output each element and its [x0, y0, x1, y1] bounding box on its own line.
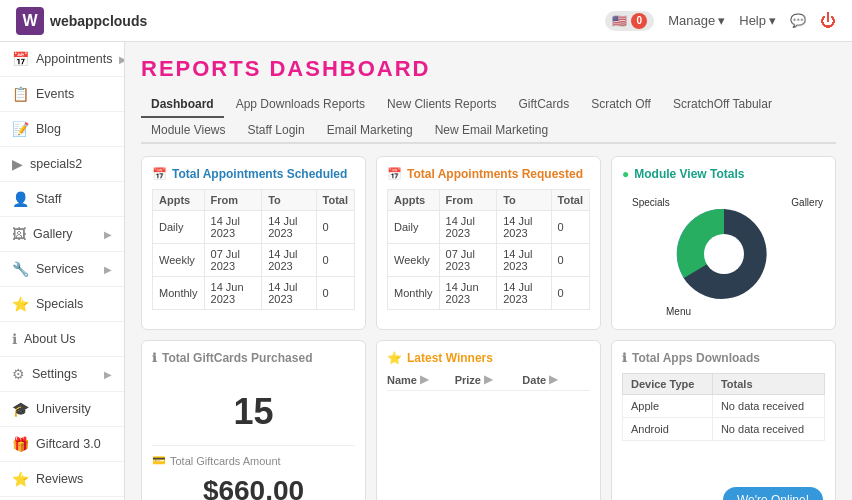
- dashboard-grid: 📅 Total Appointments Scheduled ApptsFrom…: [141, 156, 836, 500]
- winners-col-header: Date ▶: [522, 373, 590, 386]
- downloads-table: Device TypeTotalsAppleNo data receivedAn…: [622, 373, 825, 441]
- col-header: Appts: [388, 190, 440, 211]
- sidebar-item-label: Reviews: [36, 472, 83, 486]
- card-giftcards-title: ℹ Total GiftCards Purchased: [152, 351, 355, 365]
- main-layout: 📅 Appointments ▶📋 Events 📝 Blog ▶ specia…: [0, 42, 852, 500]
- tab-dashboard[interactable]: Dashboard: [141, 92, 224, 118]
- table-cell: 0: [551, 244, 589, 277]
- tab-staff-login[interactable]: Staff Login: [237, 118, 314, 144]
- tab-scratchoff-tabular[interactable]: ScratchOff Tabular: [663, 92, 782, 118]
- table-row: Daily14 Jul 202314 Jul 20230: [153, 211, 355, 244]
- online-button[interactable]: We're Online!: [723, 487, 823, 500]
- table-cell: 0: [316, 277, 354, 310]
- chat-icon[interactable]: 💬: [790, 13, 806, 28]
- sidebar-item-specials[interactable]: ⭐ Specials: [0, 287, 124, 322]
- card-requested: 📅 Total Appointments Requested ApptsFrom…: [376, 156, 601, 330]
- tab-email-marketing[interactable]: Email Marketing: [317, 118, 423, 144]
- table-row: Weekly07 Jul 202314 Jul 20230: [153, 244, 355, 277]
- sidebar-item-university[interactable]: 🎓 University: [0, 392, 124, 427]
- sidebar-item-label: Specials: [36, 297, 83, 311]
- sidebar-item-about-us[interactable]: ℹ About Us: [0, 322, 124, 357]
- calendar-icon: 📅: [387, 167, 402, 181]
- sidebar-item-giftcard-3.0[interactable]: 🎁 Giftcard 3.0: [0, 427, 124, 462]
- sidebar-item-gallery[interactable]: 🖼 Gallery ▶: [0, 217, 124, 252]
- card-scheduled-title: 📅 Total Appointments Scheduled: [152, 167, 355, 181]
- sidebar-item-label: Gallery: [33, 227, 73, 241]
- sidebar-icon: 👤: [12, 191, 29, 207]
- pie-label-gallery: Gallery: [791, 197, 823, 208]
- table-cell: 0: [316, 211, 354, 244]
- table-cell: 14 Jul 2023: [497, 277, 551, 310]
- winners-header: Name ▶Prize ▶Date ▶: [387, 373, 590, 391]
- tab-giftcards[interactable]: GiftCards: [508, 92, 579, 118]
- table-cell: Weekly: [388, 244, 440, 277]
- card-downloads-title: ℹ Total Apps Downloads: [622, 351, 825, 365]
- sidebar-item-label: About Us: [24, 332, 75, 346]
- sidebar-item-settings[interactable]: ⚙ Settings ▶: [0, 357, 124, 392]
- sidebar: 📅 Appointments ▶📋 Events 📝 Blog ▶ specia…: [0, 42, 125, 500]
- info-icon: ℹ: [152, 351, 157, 365]
- tab-scratch-off[interactable]: Scratch Off: [581, 92, 661, 118]
- sidebar-item-specials2[interactable]: ▶ specials2: [0, 147, 124, 182]
- chevron-right-icon: ▶: [104, 369, 112, 380]
- sidebar-item-label: Staff: [36, 192, 61, 206]
- card-winners-title: ⭐ Latest Winners: [387, 351, 590, 365]
- col-header: From: [439, 190, 497, 211]
- sidebar-item-blog[interactable]: 📝 Blog: [0, 112, 124, 147]
- table-cell: Android: [623, 418, 713, 441]
- page-title: REPORTS DASHBOARD: [141, 56, 836, 82]
- topbar: W webappclouds 🇺🇸 0 Manage ▾ Help ▾ 💬 ⏻: [0, 0, 852, 42]
- table-row: Monthly14 Jun 202314 Jul 20230: [153, 277, 355, 310]
- pie-chart: Specials Gallery Menu: [622, 189, 825, 319]
- logo[interactable]: W webappclouds: [16, 7, 147, 35]
- notification-badge: 0: [631, 13, 647, 29]
- tab-new-email-marketing[interactable]: New Email Marketing: [425, 118, 558, 144]
- table-row: Monthly14 Jun 202314 Jul 20230: [388, 277, 590, 310]
- card-scheduled: 📅 Total Appointments Scheduled ApptsFrom…: [141, 156, 366, 330]
- sidebar-item-label: University: [36, 402, 91, 416]
- card-requested-title: 📅 Total Appointments Requested: [387, 167, 590, 181]
- table-cell: 14 Jul 2023: [262, 277, 316, 310]
- svg-point-0: [704, 234, 744, 274]
- sidebar-icon: 🔧: [12, 261, 29, 277]
- sidebar-item-services[interactable]: 🔧 Services ▶: [0, 252, 124, 287]
- tab-module-views[interactable]: Module Views: [141, 118, 235, 144]
- chevron-down-icon: ▾: [718, 13, 725, 28]
- manage-link[interactable]: Manage ▾: [668, 13, 725, 28]
- table-cell: Weekly: [153, 244, 205, 277]
- table-cell: No data received: [712, 395, 824, 418]
- tab-app-downloads-reports[interactable]: App Downloads Reports: [226, 92, 375, 118]
- sidebar-item-label: Services: [36, 262, 84, 276]
- sidebar-item-label: Blog: [36, 122, 61, 136]
- card-winners: ⭐ Latest Winners Name ▶Prize ▶Date ▶: [376, 340, 601, 500]
- power-icon[interactable]: ⏻: [820, 12, 836, 30]
- logo-icon: W: [16, 7, 44, 35]
- giftcards-amount: $660.00: [152, 467, 355, 500]
- table-cell: 0: [551, 277, 589, 310]
- table-cell: Monthly: [388, 277, 440, 310]
- col-header: Totals: [712, 374, 824, 395]
- sidebar-icon: 🎓: [12, 401, 29, 417]
- table-cell: Monthly: [153, 277, 205, 310]
- sidebar-item-reviews[interactable]: ⭐ Reviews: [0, 462, 124, 497]
- sidebar-icon: 📝: [12, 121, 29, 137]
- tab-new-clients-reports[interactable]: New Clients Reports: [377, 92, 506, 118]
- flag-badge[interactable]: 🇺🇸 0: [605, 11, 654, 31]
- sidebar-icon: ▶: [12, 156, 23, 172]
- table-cell: Apple: [623, 395, 713, 418]
- sidebar-item-events[interactable]: 📋 Events: [0, 77, 124, 112]
- sidebar-item-appointments[interactable]: 📅 Appointments ▶: [0, 42, 124, 77]
- sidebar-icon: ℹ: [12, 331, 17, 347]
- table-cell: 07 Jul 2023: [439, 244, 497, 277]
- chevron-down-icon: ▾: [769, 13, 776, 28]
- table-cell: 14 Jul 2023: [262, 244, 316, 277]
- help-link[interactable]: Help ▾: [739, 13, 776, 28]
- table-cell: 0: [551, 211, 589, 244]
- card-giftcards: ℹ Total GiftCards Purchased 15 💳 Total G…: [141, 340, 366, 500]
- table-row: Daily14 Jul 202314 Jul 20230: [388, 211, 590, 244]
- topbar-right: 🇺🇸 0 Manage ▾ Help ▾ 💬 ⏻: [605, 11, 836, 31]
- table-row: Weekly07 Jul 202314 Jul 20230: [388, 244, 590, 277]
- table-cell: 14 Jul 2023: [439, 211, 497, 244]
- giftcards-sub-title: 💳 Total Giftcards Amount: [152, 445, 355, 467]
- sidebar-item-staff[interactable]: 👤 Staff: [0, 182, 124, 217]
